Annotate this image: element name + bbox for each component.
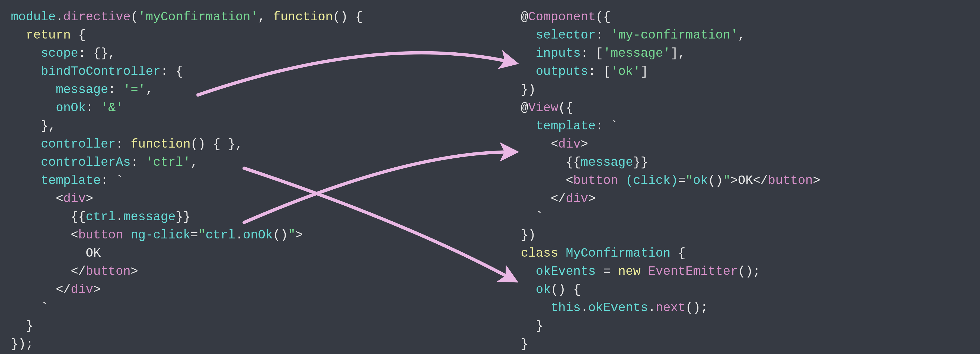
code-token [618, 174, 626, 188]
ng1-line: message: '=', [11, 81, 363, 99]
code-token: : { [161, 65, 183, 79]
code-token: < [521, 174, 573, 188]
ng1-line: <button ng-click="ctrl.onOk()"> [11, 226, 363, 244]
code-token: scope [41, 46, 78, 61]
code-token: : [116, 137, 130, 151]
code-token: , [738, 28, 746, 42]
code-token: message [56, 83, 108, 97]
code-token: }} [175, 210, 191, 224]
code-token: inputs [536, 46, 581, 61]
code-token: message [581, 155, 633, 169]
code-token [521, 265, 536, 279]
code-token: '&' [101, 101, 123, 115]
code-token: return [26, 28, 71, 42]
ng2-line: } [521, 335, 820, 354]
code-token: () { [333, 10, 363, 24]
code-token: {{ [521, 155, 581, 169]
code-token [641, 265, 648, 279]
ng1-line: }); [11, 335, 363, 354]
code-token: , [146, 83, 153, 97]
ng2-line: }) [521, 81, 820, 99]
ng1-line: onOk: '&' [11, 99, 363, 117]
code-token: button [78, 228, 123, 242]
ng1-line: scope: {}, [11, 45, 363, 63]
code-token: () [708, 174, 723, 188]
code-token: ` [11, 301, 48, 315]
ng2-line: this.okEvents.next(); [521, 299, 820, 317]
code-token: class [521, 246, 558, 260]
code-token: > [588, 192, 596, 206]
code-token: ok [536, 283, 550, 297]
ng1-line: </div> [11, 281, 363, 299]
code-token: . [116, 210, 123, 224]
ng2-line: outputs: ['ok'] [521, 63, 820, 81]
code-token: : ` [101, 174, 123, 188]
ng1-line: ` [11, 299, 363, 317]
ng2-line: </div> [521, 190, 820, 208]
ng1-line: } [11, 317, 363, 335]
code-token: () { }, [191, 137, 243, 151]
code-token: controllerAs [41, 155, 130, 169]
code-token [123, 228, 131, 242]
ng1-line: controller: function() { }, [11, 136, 363, 153]
ng1-line: template: ` [11, 172, 363, 190]
code-token: ] [641, 65, 648, 79]
code-token: }) [521, 83, 536, 97]
code-token: : [108, 83, 123, 97]
code-token: template [41, 174, 101, 188]
code-token: next [655, 301, 686, 315]
code-token: ctrl [205, 228, 235, 242]
ng1-line: bindToController: { [11, 63, 363, 81]
code-token: }); [11, 337, 33, 351]
code-token: View [528, 101, 558, 115]
code-token: function [273, 10, 333, 24]
code-block-angular2: @Component({ selector: 'my-confirmation'… [521, 8, 820, 354]
code-token: div [63, 192, 86, 206]
code-token: button [573, 174, 618, 188]
ng1-line: module.directive('myConfirmation', funct… [11, 8, 363, 26]
code-token: : [ [581, 46, 603, 61]
ng2-line: } [521, 317, 820, 335]
code-token: , [258, 10, 273, 24]
code-token [11, 155, 41, 169]
code-token [11, 65, 41, 79]
code-token: OK [11, 246, 101, 260]
ng2-line: class MyConfirmation { [521, 244, 820, 263]
ng1-line: }, [11, 117, 363, 136]
ng2-line: @View({ [521, 99, 820, 117]
ng2-line: }) [521, 226, 820, 244]
ng2-line: ok() { [521, 281, 820, 299]
code-token: } [521, 319, 543, 333]
code-token [521, 46, 536, 61]
code-token: = [596, 265, 618, 279]
code-token: ({ [558, 101, 573, 115]
ng1-line: return { [11, 26, 363, 45]
code-token: Component [528, 10, 596, 24]
code-token: (); [738, 265, 760, 279]
code-token: 'ctrl' [146, 155, 191, 169]
code-token [558, 246, 566, 260]
code-token: selector [536, 28, 596, 42]
code-token: . [648, 301, 655, 315]
code-token: >OK</ [730, 174, 768, 188]
code-token: onOk [56, 101, 86, 115]
code-token: < [11, 192, 63, 206]
ng2-line: okEvents = new EventEmitter(); [521, 263, 820, 281]
code-token: > [93, 283, 101, 297]
code-token: @ [521, 101, 528, 115]
code-token: onOk [243, 228, 273, 242]
code-token: MyConfirmation [566, 246, 670, 260]
ng2-line: ` [521, 208, 820, 226]
code-token: </ [521, 192, 566, 206]
code-token [521, 65, 536, 79]
code-token: . [56, 10, 64, 24]
code-token: : [86, 101, 101, 115]
diagram-stage: module.directive('myConfirmation', funct… [0, 0, 980, 354]
code-token [11, 83, 56, 97]
code-token: " [288, 228, 295, 242]
code-token: = [191, 228, 198, 242]
code-token [521, 301, 550, 315]
code-token: EventEmitter [648, 265, 738, 279]
code-token [11, 28, 26, 42]
ng2-line: <div> [521, 136, 820, 153]
